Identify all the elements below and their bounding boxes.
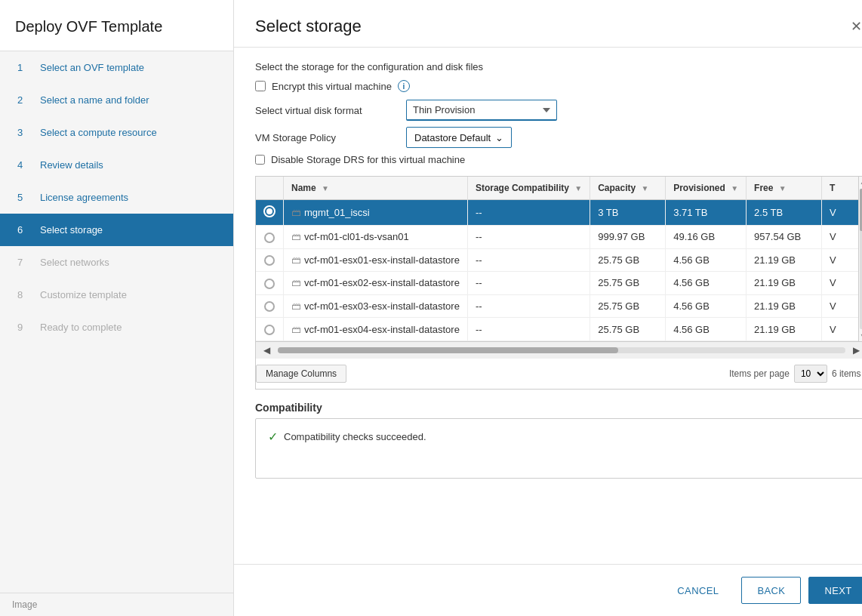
step-label-4: Review details — [40, 159, 103, 171]
encrypt-checkbox[interactable] — [255, 81, 266, 91]
disable-drs-checkbox[interactable] — [255, 155, 265, 165]
cell-type-2: V — [822, 248, 862, 272]
main-panel: Select storage ✕ Select the storage for … — [234, 0, 862, 616]
check-icon: ✓ — [268, 430, 278, 444]
radio-btn-2[interactable] — [264, 255, 275, 266]
datastore-name-3: vcf-m01-esx02-esx-install-datastore — [304, 277, 460, 288]
scroll-up-arrow[interactable]: ▲ — [858, 177, 862, 187]
col-header-type[interactable]: T — [822, 177, 862, 200]
compatibility-section: Compatibility ✓ Compatibility checks suc… — [255, 402, 862, 479]
radio-cell-4[interactable] — [256, 294, 284, 318]
sidebar-step-1[interactable]: 1Select an OVF template — [0, 51, 233, 84]
radio-cell-2[interactable] — [256, 248, 284, 272]
sidebar-step-7: 7Select networks — [0, 246, 233, 279]
col-header-capacity[interactable]: Capacity ▼ — [590, 177, 666, 200]
step-num-5: 5 — [17, 192, 34, 203]
items-per-page-label: Items per page — [729, 368, 790, 379]
radio-cell-1[interactable] — [256, 226, 284, 249]
col-header-provisioned[interactable]: Provisioned ▼ — [666, 177, 747, 200]
step-num-4: 4 — [17, 159, 34, 171]
cell-compat-4: -- — [467, 294, 590, 318]
compatibility-title: Compatibility — [255, 402, 862, 414]
table-row[interactable]: 🗃vcf-m01-esx01-esx-install-datastore--25… — [256, 248, 862, 272]
datastore-icon-3: 🗃 — [291, 277, 301, 288]
col-header-free[interactable]: Free ▼ — [747, 177, 822, 200]
cell-name-0: 🗃mgmt_01_iscsi — [284, 200, 468, 226]
sidebar-step-3[interactable]: 3Select a compute resource — [0, 116, 233, 149]
manage-columns-button[interactable]: Manage Columns — [256, 365, 346, 383]
cell-free-1: 957.54 GB — [747, 226, 822, 249]
step-num-8: 8 — [17, 289, 34, 300]
horizontal-scrollbar[interactable]: ◀ ▶ — [256, 341, 862, 359]
sidebar-step-4[interactable]: 4Review details — [0, 149, 233, 181]
vertical-scrollbar[interactable]: ▲ ▼ — [858, 177, 862, 341]
compat-filter-icon[interactable]: ▼ — [574, 184, 582, 192]
table-scroll-x[interactable]: Name ▼ Storage Compatibility ▼ Capacity … — [256, 177, 862, 341]
radio-cell-5[interactable] — [256, 318, 284, 341]
cell-provisioned-3: 4.56 GB — [666, 272, 747, 295]
scroll-right-arrow[interactable]: ▶ — [848, 343, 862, 357]
cell-free-5: 21.19 GB — [747, 318, 822, 341]
cell-name-3: 🗃vcf-m01-esx02-esx-install-datastore — [284, 272, 468, 295]
cell-compat-0: -- — [467, 200, 590, 226]
sidebar-step-8: 8Customize template — [0, 279, 233, 311]
datastore-icon-4: 🗃 — [291, 300, 301, 312]
cell-compat-5: -- — [467, 318, 590, 341]
info-icon[interactable]: i — [398, 80, 410, 92]
scroll-down-arrow[interactable]: ▼ — [858, 331, 862, 341]
next-button[interactable]: NEXT — [808, 577, 862, 604]
vm-policy-row: VM Storage Policy Datastore Default ⌄ — [255, 127, 862, 148]
cell-capacity-2: 25.75 GB — [590, 248, 666, 272]
modal-footer: CANCEL BACK NEXT — [234, 564, 862, 616]
radio-cell-3[interactable] — [256, 272, 284, 295]
table-row[interactable]: 🗃vcf-m01-esx03-esx-install-datastore--25… — [256, 294, 862, 318]
table-row[interactable]: 🗃mgmt_01_iscsi--3 TB3.71 TB2.5 TBV — [256, 200, 862, 226]
datastore-name-4: vcf-m01-esx03-esx-install-datastore — [304, 300, 460, 312]
back-button[interactable]: BACK — [741, 577, 801, 604]
step-label-5: License agreements — [40, 192, 128, 203]
table-row[interactable]: 🗃vcf-m01-esx02-esx-install-datastore--25… — [256, 272, 862, 295]
cell-capacity-4: 25.75 GB — [590, 294, 666, 318]
table-row[interactable]: 🗃vcf-m01-cl01-ds-vsan01--999.97 GB49.16 … — [256, 226, 862, 249]
storage-table-container: Name ▼ Storage Compatibility ▼ Capacity … — [255, 176, 862, 390]
name-filter-icon[interactable]: ▼ — [322, 184, 329, 192]
datastore-icon-2: 🗃 — [291, 254, 301, 266]
disable-drs-label: Disable Storage DRS for this virtual mac… — [271, 154, 465, 165]
disk-format-select[interactable]: Thin Provision — [406, 100, 557, 121]
step-label-8: Customize template — [40, 289, 127, 300]
datastore-name-2: vcf-m01-esx01-esx-install-datastore — [304, 254, 460, 266]
radio-cell-0[interactable] — [256, 200, 284, 226]
col-header-name[interactable]: Name ▼ — [284, 177, 468, 200]
datastore-name-0: mgmt_01_iscsi — [304, 207, 370, 218]
cell-capacity-3: 25.75 GB — [590, 272, 666, 295]
sidebar-bottom: Image — [0, 593, 233, 616]
table-row[interactable]: 🗃vcf-m01-esx04-esx-install-datastore--25… — [256, 318, 862, 341]
free-filter-icon[interactable]: ▼ — [779, 184, 787, 192]
sidebar-bottom-label: Image — [12, 599, 37, 610]
table-wrapper: Name ▼ Storage Compatibility ▼ Capacity … — [256, 177, 862, 341]
vm-policy-select[interactable]: Datastore Default ⌄ — [406, 127, 512, 148]
sidebar-steps: 1Select an OVF template2Select a name an… — [0, 51, 233, 343]
prov-filter-icon[interactable]: ▼ — [731, 184, 738, 192]
sidebar-step-5[interactable]: 5License agreements — [0, 181, 233, 214]
radio-btn-4[interactable] — [264, 301, 275, 312]
cell-name-2: 🗃vcf-m01-esx01-esx-install-datastore — [284, 248, 468, 272]
cell-provisioned-2: 4.56 GB — [666, 248, 747, 272]
capacity-filter-icon[interactable]: ▼ — [642, 184, 649, 192]
sidebar-step-2[interactable]: 2Select a name and folder — [0, 84, 233, 116]
datastore-icon-0: 🗃 — [291, 207, 301, 218]
col-header-compat[interactable]: Storage Compatibility ▼ — [467, 177, 590, 200]
cancel-button[interactable]: CANCEL — [662, 577, 734, 604]
scroll-left-arrow[interactable]: ◀ — [259, 343, 275, 357]
radio-btn-5[interactable] — [264, 325, 275, 335]
main-header: Select storage ✕ — [234, 0, 862, 48]
main-title: Select storage — [255, 17, 362, 36]
radio-btn-1[interactable] — [264, 233, 275, 243]
cell-type-0: V — [822, 200, 862, 226]
close-button[interactable]: ✕ — [845, 15, 862, 38]
cell-free-0: 2.5 TB — [747, 200, 822, 226]
items-per-page-select[interactable]: 10 — [794, 365, 827, 383]
radio-btn-3[interactable] — [264, 279, 275, 289]
cell-name-4: 🗃vcf-m01-esx03-esx-install-datastore — [284, 294, 468, 318]
step-num-6: 6 — [17, 224, 34, 236]
